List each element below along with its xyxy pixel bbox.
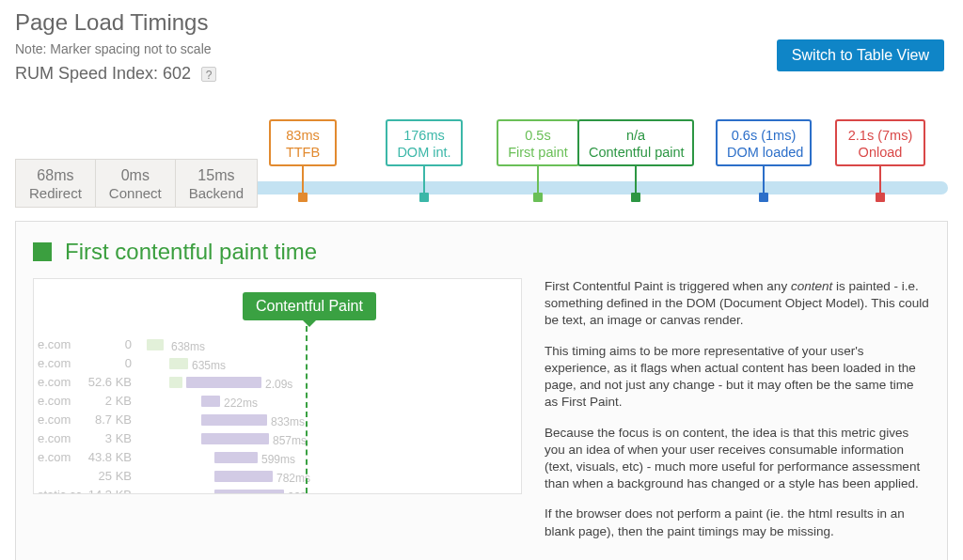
marker-dom-int-[interactable]: 176msDOM int. bbox=[386, 119, 463, 202]
row-size: 25 KB bbox=[81, 467, 137, 486]
row-host: e.com bbox=[34, 392, 81, 411]
marker-stem bbox=[635, 166, 637, 194]
prelim-value: 0ms bbox=[109, 167, 162, 184]
panel-heading-text: First contentful paint time bbox=[65, 239, 317, 265]
detail-panel: First contentful paint time Contentful P… bbox=[15, 221, 948, 560]
waterfall-row: 25 KB782ms bbox=[34, 467, 521, 486]
waterfall-row: e.com52.6 KB2.09s bbox=[34, 373, 521, 392]
waterfall-row: e.com8.7 KB833ms bbox=[34, 411, 521, 429]
prelim-value: 15ms bbox=[189, 167, 244, 184]
contentful-paint-vline bbox=[306, 326, 308, 493]
marker-onload[interactable]: 2.1s (7ms)Onload bbox=[835, 119, 925, 202]
row-host: e.com bbox=[34, 429, 81, 448]
switch-to-table-button[interactable]: Switch to Table View bbox=[777, 39, 944, 71]
marker-label: Contentful paint bbox=[589, 144, 683, 161]
panel-paragraph: This timing aims to be more representati… bbox=[545, 343, 930, 412]
marker-value: 0.6s (1ms) bbox=[727, 127, 800, 144]
marker-box: 2.1s (7ms)Onload bbox=[835, 119, 925, 166]
row-bars: 2.09s bbox=[137, 377, 521, 388]
marker-dot bbox=[759, 193, 768, 202]
prelim-stages: 68msRedirect0msConnect15msBackend bbox=[15, 159, 258, 208]
waterfall-row: e.com2 KB222ms bbox=[34, 392, 521, 411]
row-host: e.com bbox=[34, 335, 81, 354]
marker-stem bbox=[537, 166, 539, 194]
prelim-label: Redirect bbox=[29, 185, 82, 201]
marker-ttfb[interactable]: 83msTTFB bbox=[269, 119, 337, 202]
marker-box: 83msTTFB bbox=[269, 119, 337, 166]
speed-index-label: RUM Speed Index: bbox=[15, 64, 158, 83]
row-bars: 782ms bbox=[137, 471, 521, 482]
marker-value: 176ms bbox=[397, 127, 451, 144]
marker-label: First paint bbox=[508, 144, 568, 161]
page-title: Page Load Timings bbox=[15, 9, 948, 36]
marker-label: TTFB bbox=[280, 144, 325, 161]
prelim-label: Connect bbox=[109, 185, 162, 201]
panel-description: First Contentful Paint is triggered when… bbox=[545, 278, 930, 553]
row-bars: 833ms bbox=[137, 414, 521, 426]
prelim-label: Backend bbox=[189, 185, 244, 201]
panel-paragraph: Because the focus is on content, the ide… bbox=[545, 425, 930, 493]
prelim-box-redirect: 68msRedirect bbox=[15, 159, 96, 208]
row-size: 43.8 KB bbox=[81, 448, 137, 467]
waterfall-row: e.com43.8 KB599ms bbox=[34, 448, 521, 467]
waterfall-row: e.com0635ms bbox=[34, 354, 521, 373]
marker-dom-loaded[interactable]: 0.6s (1ms)DOM loaded bbox=[716, 119, 812, 202]
marker-contentful-paint[interactable]: n/aContentful paint bbox=[577, 119, 694, 202]
marker-box: 0.5sFirst paint bbox=[497, 119, 579, 166]
marker-dot bbox=[419, 193, 429, 202]
prelim-box-backend: 15msBackend bbox=[176, 159, 258, 208]
row-bars: 933ms bbox=[137, 490, 521, 494]
marker-value: 2.1s (7ms) bbox=[846, 127, 914, 144]
marker-label: DOM int. bbox=[397, 144, 451, 161]
row-host: e.com bbox=[34, 448, 81, 467]
marker-dot bbox=[298, 193, 308, 202]
panel-paragraph: If the browser does not perform a paint … bbox=[545, 506, 930, 539]
row-size: 2 KB bbox=[81, 392, 137, 411]
prelim-value: 68ms bbox=[29, 167, 82, 184]
waterfall-rows: e.com0638mse.com0635mse.com52.6 KB2.09se… bbox=[34, 335, 521, 493]
timeline: 68msRedirect0msConnect15msBackend 83msTT… bbox=[15, 95, 948, 208]
help-icon[interactable]: ? bbox=[201, 67, 216, 82]
row-size: 14.3 KB bbox=[81, 486, 137, 494]
marker-stem bbox=[423, 166, 425, 194]
waterfall-row: e.com0638ms bbox=[34, 335, 521, 354]
row-host: static.cc bbox=[34, 486, 81, 494]
marker-dot bbox=[533, 193, 543, 202]
waterfall-row: e.com3 KB857ms bbox=[34, 429, 521, 448]
marker-value: 0.5s bbox=[508, 127, 568, 144]
row-host: e.com bbox=[34, 373, 81, 392]
marker-first-paint[interactable]: 0.5sFirst paint bbox=[497, 119, 579, 202]
marker-dot bbox=[631, 193, 640, 202]
marker-stem bbox=[879, 166, 881, 194]
marker-value: 83ms bbox=[280, 127, 325, 144]
marker-stem bbox=[302, 166, 304, 194]
marker-stem bbox=[763, 166, 765, 194]
speed-index-value: 602 bbox=[163, 64, 191, 83]
row-size: 52.6 KB bbox=[81, 373, 137, 392]
panel-color-swatch bbox=[33, 242, 52, 261]
panel-heading: First contentful paint time bbox=[33, 239, 930, 265]
row-host: e.com bbox=[34, 354, 81, 373]
marker-dot bbox=[876, 193, 885, 202]
row-size: 0 bbox=[81, 354, 137, 373]
waterfall-row: static.cc14.3 KB933ms bbox=[34, 486, 521, 494]
marker-value: n/a bbox=[589, 127, 683, 144]
row-size: 8.7 KB bbox=[81, 411, 137, 429]
row-size: 3 KB bbox=[81, 429, 137, 448]
prelim-box-connect: 0msConnect bbox=[96, 159, 176, 208]
row-host: e.com bbox=[34, 411, 81, 429]
row-bars: 857ms bbox=[137, 433, 521, 444]
row-bars: 222ms bbox=[137, 396, 521, 407]
row-bars: 638ms bbox=[137, 339, 521, 350]
marker-label: DOM loaded bbox=[727, 144, 800, 161]
marker-box: n/aContentful paint bbox=[577, 119, 694, 166]
marker-box: 176msDOM int. bbox=[386, 119, 463, 166]
waterfall-snapshot: Contentful Paint e.com0638mse.com0635mse… bbox=[33, 278, 522, 494]
panel-paragraph: First Contentful Paint is triggered when… bbox=[545, 278, 930, 330]
row-size: 0 bbox=[81, 335, 137, 354]
row-bars: 635ms bbox=[137, 358, 521, 369]
marker-box: 0.6s (1ms)DOM loaded bbox=[716, 119, 812, 166]
marker-label: Onload bbox=[846, 144, 914, 161]
contentful-paint-flag: Contentful Paint bbox=[243, 292, 376, 320]
row-bars: 599ms bbox=[137, 452, 521, 463]
